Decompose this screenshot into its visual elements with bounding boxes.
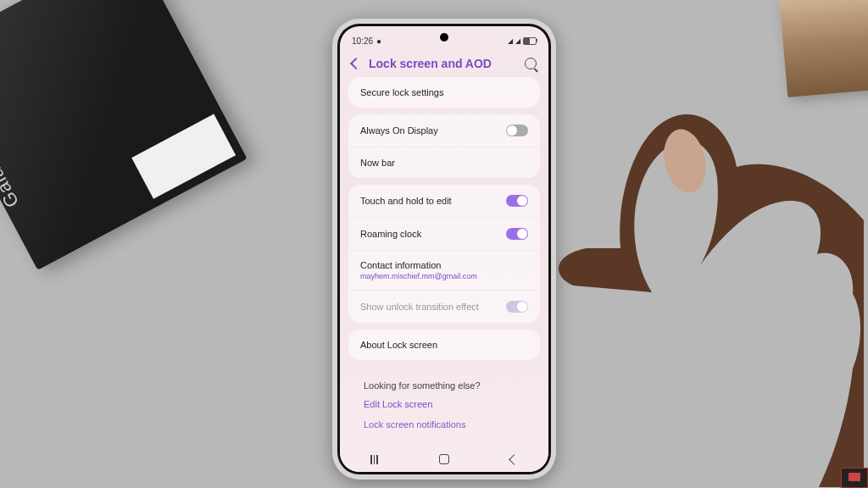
box-barcode-label [131, 114, 236, 199]
now-bar-row[interactable]: Now bar [348, 147, 540, 178]
phone-screen: 10:26 ● ◢ ◢ Lock screen and AOD Secure l… [340, 26, 548, 472]
row-label: Show unlock transition effect [360, 302, 479, 312]
home-button[interactable] [439, 454, 449, 464]
contact-info-row[interactable]: Contact information mayhem.mischief.mm@g… [348, 250, 540, 290]
signal-icon: ◢ [515, 37, 520, 45]
edit-lock-screen-link[interactable]: Edit Lock screen [348, 391, 540, 411]
hand [520, 97, 864, 487]
unlock-transition-row[interactable]: Show unlock transition effect [348, 290, 540, 323]
lock-screen-notifications-link[interactable]: Lock screen notifications [348, 411, 540, 430]
svg-point-0 [659, 125, 712, 197]
roaming-toggle[interactable] [506, 228, 528, 240]
recents-button[interactable] [370, 455, 378, 464]
page-title: Lock screen and AOD [369, 57, 516, 70]
touch-hold-edit-row[interactable]: Touch and hold to edit [348, 185, 540, 217]
row-label: Touch and hold to edit [360, 196, 452, 206]
row-label: Secure lock settings [360, 87, 443, 97]
row-label: Roaming clock [360, 229, 421, 239]
contact-email-value: mayhem.mischief.mm@gmail.com [360, 272, 477, 280]
search-icon[interactable] [525, 58, 537, 69]
touch-hold-toggle[interactable] [506, 195, 528, 207]
row-label: Contact information [360, 260, 441, 270]
box-model-text: Galaxy S25 Ultra [0, 64, 24, 211]
wood-block [779, 0, 868, 97]
row-label: About Lock screen [360, 340, 437, 350]
front-camera [440, 33, 448, 42]
galaxy-box: Galaxy S25 Ultra [0, 0, 248, 270]
roaming-clock-row[interactable]: Roaming clock [348, 217, 540, 250]
notification-dot-icon: ● [376, 36, 381, 46]
always-on-display-row[interactable]: Always On Display [348, 114, 540, 147]
transition-toggle[interactable] [506, 301, 528, 313]
status-time: 10:26 [352, 36, 373, 46]
secure-lock-settings-row[interactable]: Secure lock settings [348, 77, 540, 108]
looking-for-heading: Looking for something else? [348, 367, 540, 391]
back-icon[interactable] [350, 58, 362, 69]
row-label: Now bar [360, 158, 395, 168]
settings-header: Lock screen and AOD [340, 50, 548, 77]
signal-icon: ◢ [508, 37, 513, 45]
phone-frame: 10:26 ● ◢ ◢ Lock screen and AOD Secure l… [332, 19, 556, 480]
back-button[interactable] [509, 454, 520, 465]
android-nav-bar [340, 446, 548, 472]
row-label: Always On Display [360, 125, 438, 136]
aod-toggle[interactable] [506, 125, 528, 136]
corner-logo [841, 468, 868, 488]
about-lock-screen-row[interactable]: About Lock screen [348, 330, 540, 360]
battery-icon [523, 37, 537, 45]
